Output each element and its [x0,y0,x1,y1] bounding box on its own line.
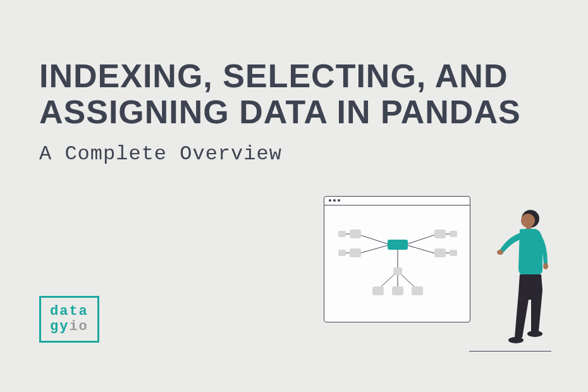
person-icon [496,205,558,350]
svg-point-31 [508,337,524,343]
logo-io: io [69,319,88,334]
svg-rect-17 [450,231,457,237]
svg-line-2 [405,235,436,245]
brand-logo: data gyio [39,296,99,343]
svg-rect-22 [372,286,384,295]
svg-line-1 [358,245,390,254]
svg-line-3 [405,245,436,254]
logo-gy: gy [50,319,69,334]
svg-point-29 [543,263,548,269]
svg-rect-8 [350,230,361,238]
svg-rect-9 [350,248,361,257]
network-diagram-icon [336,214,460,312]
page-subtitle: A Complete Overview [39,142,282,166]
browser-titlebar [324,197,470,205]
svg-rect-21 [393,267,402,275]
hero-illustration [324,183,558,354]
svg-point-30 [527,331,542,337]
browser-window-icon [324,196,470,322]
svg-rect-18 [450,250,457,256]
page-title: INDEXING, SELECTING, AND ASSIGNING DATA … [39,58,588,130]
svg-point-28 [497,250,503,255]
svg-rect-15 [434,230,446,238]
svg-rect-23 [392,286,403,295]
browser-dots [329,199,340,202]
logo-text-line2: gyio [50,319,89,334]
logo-text-line1: data [50,304,89,319]
ground-line [469,351,551,352]
svg-rect-10 [338,231,346,237]
svg-rect-14 [388,240,408,250]
svg-line-0 [358,235,390,245]
svg-rect-16 [434,248,446,257]
svg-rect-24 [412,286,423,295]
svg-rect-11 [338,250,346,256]
